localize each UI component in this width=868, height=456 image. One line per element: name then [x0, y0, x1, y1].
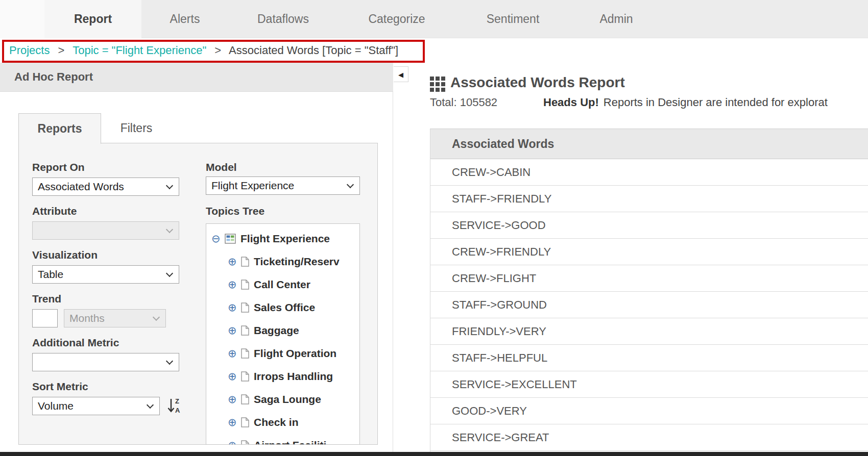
tree-node-label: Flight Operation [254, 347, 336, 360]
notice-text: Reports in Designer are intended for exp… [604, 96, 828, 109]
expand-node-icon[interactable]: ⊕ [228, 302, 241, 313]
expand-node-icon[interactable]: ⊕ [228, 440, 241, 445]
chevron-down-icon [147, 401, 154, 409]
tab-reports[interactable]: Reports [18, 113, 101, 144]
table-row[interactable]: STAFF->FRIENDLY [430, 186, 868, 212]
report-on-label: Report On [32, 161, 85, 173]
breadcrumb-projects-link[interactable]: Projects [9, 44, 50, 57]
tab-dataflows[interactable]: Dataflows [228, 0, 338, 38]
chevron-down-icon [166, 226, 173, 233]
report-on-value: Associated Words [38, 181, 124, 192]
breadcrumb: Projects > Topic = "Flight Experience" >… [0, 38, 868, 63]
grid-icon [430, 77, 445, 94]
tree-node[interactable]: ⊕Saga Lounge [206, 388, 359, 411]
tree-node[interactable]: ⊕Call Center [206, 273, 359, 296]
expand-node-icon[interactable]: ⊕ [228, 417, 241, 428]
expand-node-icon[interactable]: ⊕ [228, 371, 241, 382]
additional-metric-select[interactable] [32, 353, 179, 371]
report-on-select[interactable]: Associated Words [32, 178, 179, 196]
tab-filters[interactable]: Filters [108, 113, 164, 143]
tree-node[interactable]: ⊕Baggage [206, 319, 359, 342]
table-row[interactable]: SERVICE->GREAT [430, 424, 868, 451]
additional-metric-label: Additional Metric [32, 337, 119, 349]
document-icon [241, 280, 249, 290]
tree-node[interactable]: ⊕Sales Office [206, 296, 359, 319]
model-select[interactable]: Flight Experience [206, 176, 360, 195]
chevron-down-icon [153, 314, 160, 321]
tree-node-label: Saga Lounge [254, 393, 321, 406]
model-value: Flight Experience [211, 180, 294, 191]
chevron-down-icon [347, 181, 354, 188]
tab-admin[interactable]: Admin [570, 0, 662, 38]
svg-text:A: A [175, 407, 180, 414]
visualization-select[interactable]: Table [32, 265, 179, 284]
expand-node-icon[interactable]: ⊕ [228, 279, 241, 290]
notice-bold: Heads Up! [543, 96, 599, 109]
expand-node-icon[interactable]: ⊕ [228, 394, 241, 405]
breadcrumb-separator: > [214, 44, 221, 57]
top-navbar: ReportAlertsDataflowsCategorizeSentiment… [0, 0, 868, 38]
heads-up-notice: Heads Up!Reports in Designer are intende… [543, 96, 868, 109]
document-icon [241, 371, 249, 382]
document-icon [241, 394, 249, 404]
tab-alerts[interactable]: Alerts [141, 0, 228, 38]
table-row[interactable]: CREW->CABIN [430, 159, 868, 186]
table-row[interactable]: GOOD->VERY [430, 398, 868, 424]
visualization-label: Visualization [32, 249, 98, 261]
tree-node[interactable]: ⊕Flight Operation [206, 342, 359, 365]
tree-node-label: Sales Office [254, 301, 315, 314]
table-row[interactable]: STAFF->HELPFUL [430, 345, 868, 371]
trend-label: Trend [32, 293, 61, 305]
table-row[interactable]: FRIENDLY->VERY [430, 318, 868, 345]
table-row[interactable]: CREW->FRIENDLY [430, 239, 868, 265]
table-row[interactable]: CREW->FLIGHT [430, 265, 868, 292]
panel-title: Ad Hoc Report [0, 63, 393, 92]
model-icon [225, 234, 236, 244]
app-root: ReportAlertsDataflowsCategorizeSentiment… [0, 0, 868, 456]
table-row[interactable]: STAFF->GROUND [430, 292, 868, 318]
collapse-panel-button[interactable]: ◀ [394, 66, 408, 82]
expand-node-icon[interactable]: ⊕ [228, 256, 241, 267]
chevron-down-icon [166, 182, 173, 189]
tree-node-label: Ticketing/Reserv [254, 256, 340, 268]
collapse-node-icon[interactable]: ⊖ [211, 233, 225, 244]
tree-node-label: Baggage [254, 324, 299, 337]
tab-categorize[interactable]: Categorize [338, 0, 455, 38]
total-count: Total: 105582 [430, 96, 497, 109]
trend-period-value: Months [69, 312, 105, 324]
chevron-down-icon [166, 270, 173, 277]
sort-metric-select[interactable]: Volume [32, 397, 160, 415]
document-icon [241, 417, 249, 427]
document-icon [241, 440, 249, 445]
navbar-left-spacer [0, 0, 44, 38]
nav-tabs: ReportAlertsDataflowsCategorizeSentiment… [44, 0, 662, 38]
tree-node[interactable]: ⊕Irrops Handling [206, 365, 359, 388]
breadcrumb-current: Associated Words [Topic = "Staff"] [229, 44, 398, 57]
expand-node-icon[interactable]: ⊕ [228, 348, 241, 359]
document-icon [241, 325, 249, 336]
tree-root-node[interactable]: ⊖ Flight Experience [206, 227, 359, 250]
breadcrumb-separator: > [58, 44, 65, 57]
tab-report[interactable]: Report [44, 0, 141, 38]
tree-node[interactable]: ⊕Airport Faciliti [206, 434, 359, 445]
attribute-label: Attribute [32, 205, 77, 217]
associated-words-table: Associated Words CREW->CABINSTAFF->FRIEN… [430, 129, 868, 456]
chevron-down-icon [166, 358, 173, 365]
svg-text:Z: Z [175, 397, 179, 405]
expand-node-icon[interactable]: ⊕ [228, 325, 241, 336]
report-title: Associated Words Report [450, 74, 625, 91]
visualization-value: Table [38, 268, 63, 280]
tree-node[interactable]: ⊕Ticketing/Reserv [206, 250, 359, 273]
table-row[interactable]: SERVICE->EXCELLENT [430, 371, 868, 398]
tree-node[interactable]: ⊕Check in [206, 411, 359, 434]
tree-node-label: Airport Faciliti [254, 439, 326, 445]
trend-input[interactable] [32, 309, 58, 327]
sort-order-icon[interactable]: Z A [167, 396, 182, 417]
tab-sentiment[interactable]: Sentiment [455, 0, 570, 38]
trend-period-select: Months [64, 309, 166, 327]
document-icon [241, 302, 249, 313]
topics-tree-children: ⊕Ticketing/Reserv⊕Call Center⊕Sales Offi… [206, 250, 359, 445]
breadcrumb-topic-link[interactable]: Topic = "Flight Experience" [73, 44, 206, 57]
column-header-associated-words[interactable]: Associated Words [430, 129, 868, 159]
table-row[interactable]: SERVICE->GOOD [430, 212, 868, 239]
